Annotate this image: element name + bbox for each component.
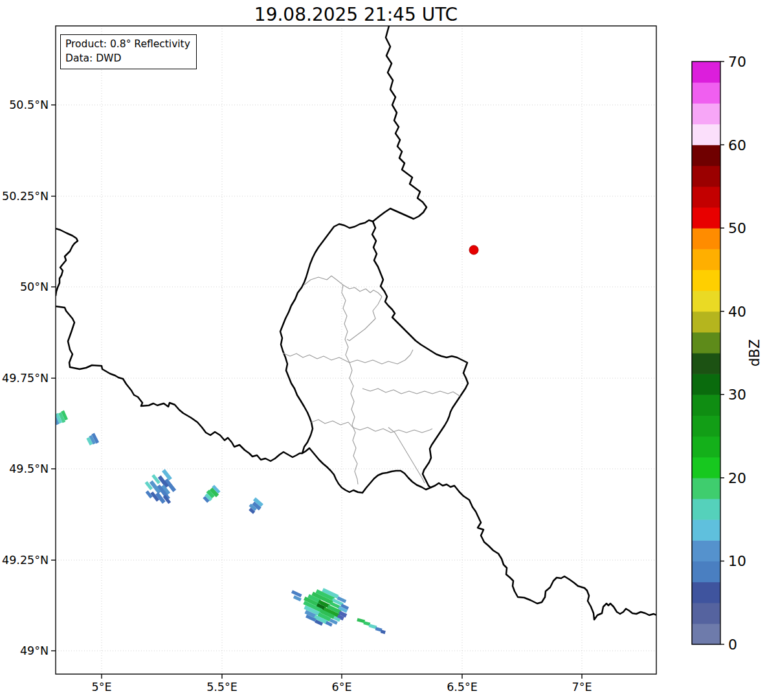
echo-group-teal-streak (246, 497, 263, 515)
colorbar-segment (692, 62, 720, 83)
colorbar-segment (692, 82, 720, 104)
colorbar-segment (692, 374, 720, 395)
y-tick-label: 49.75°N (2, 372, 49, 385)
y-axis: 50.5°N50.25°N50°N49.75°N49.5°N49.25°N49°… (2, 98, 56, 657)
canton-border (311, 420, 432, 433)
colorbar-tick-label: 0 (728, 637, 737, 653)
radar-site-dot (469, 245, 478, 254)
colorbar-segment (692, 603, 720, 624)
colorbar: 010203040506070dBZ (692, 54, 762, 653)
radar-site-marker (469, 245, 478, 254)
y-tick-label: 49.25°N (2, 554, 49, 567)
colorbar-segment (692, 436, 720, 458)
colorbar-segment (692, 582, 720, 604)
y-tick-label: 50.25°N (2, 190, 49, 203)
radar-echoes (49, 411, 387, 635)
colorbar-tick-label: 30 (728, 387, 746, 403)
colorbar-segment (692, 103, 720, 124)
colorbar-segment (692, 291, 720, 312)
colorbar-segment (692, 540, 720, 561)
colorbar-segment (692, 145, 720, 166)
colorbar-segment (692, 269, 720, 291)
canton-border (350, 363, 358, 484)
colorbar-segment (692, 394, 720, 416)
y-tick-label: 50.5°N (9, 98, 49, 111)
colorbar-segment (692, 561, 720, 582)
echo-group-green-streak (201, 485, 221, 504)
data-source-line: Data: DWD (65, 51, 190, 65)
canton-border (342, 285, 350, 363)
figure: 19.08.2025 21:45 UTC Product: 0.8° Refle… (0, 0, 778, 700)
colorbar-segment (692, 249, 720, 270)
x-axis: 5°E5.5°E6°E6.5°E7°E (92, 674, 592, 694)
canton-border (283, 350, 413, 364)
colorbar-segment (692, 332, 720, 354)
echo-group-small-blue-streak (85, 433, 99, 447)
x-tick-label: 6.5°E (447, 681, 478, 694)
colorbar-segment (692, 124, 720, 145)
colorbar-segment (692, 207, 720, 229)
colorbar-segment (692, 519, 720, 541)
product-line: Product: 0.8° Reflectivity (65, 37, 190, 51)
product-info-box: Product: 0.8° Reflectivity Data: DWD (60, 34, 197, 69)
colorbar-tick-label: 20 (728, 470, 746, 486)
radar-map-canvas: 5°E5.5°E6°E6.5°E7°E 50.5°N50.25°N50°N49.… (0, 0, 778, 700)
echo-bin (381, 629, 386, 634)
colorbar-segment (692, 166, 720, 187)
colorbar-segment (692, 478, 720, 499)
echo-group-cluster-49p5 (140, 467, 183, 511)
border-luxembourg (280, 220, 468, 493)
colorbar-tick-label: 60 (728, 137, 746, 153)
x-tick-label: 7°E (572, 681, 592, 694)
colorbar-segment (692, 228, 720, 249)
colorbar-segment (692, 311, 720, 333)
canton-border (362, 389, 460, 396)
echo-group-small-cell-southeast (355, 618, 387, 634)
colorbar-segment (692, 353, 720, 374)
colorbar-unit-label: dBZ (747, 339, 762, 367)
colorbar-segment (692, 624, 720, 645)
colorbar-tick-label: 40 (728, 304, 746, 320)
y-tick-label: 50°N (20, 280, 49, 293)
echo-group-west-edge-streak (49, 411, 69, 427)
echo-group-main-cell (284, 576, 353, 633)
border-belgium-germany (373, 26, 427, 221)
colorbar-segment (692, 457, 720, 479)
echo-bin (50, 417, 56, 425)
colorbar-tick-label: 70 (728, 54, 746, 70)
x-tick-label: 5.5°E (206, 681, 238, 694)
y-tick-label: 49°N (20, 644, 49, 657)
border-france-germany (430, 483, 656, 620)
border-france-belgium-upper (56, 229, 78, 296)
x-tick-label: 6°E (332, 681, 352, 694)
colorbar-tick-label: 50 (728, 220, 746, 236)
colorbar-tick-label: 10 (728, 553, 746, 569)
canton-border (347, 297, 382, 341)
colorbar-segment (692, 186, 720, 208)
x-tick-label: 5°E (92, 681, 112, 694)
colorbar-segment (692, 415, 720, 436)
luxembourg-canton-borders (283, 276, 460, 484)
colorbar-segment (692, 499, 720, 520)
y-tick-label: 49.5°N (9, 462, 49, 475)
